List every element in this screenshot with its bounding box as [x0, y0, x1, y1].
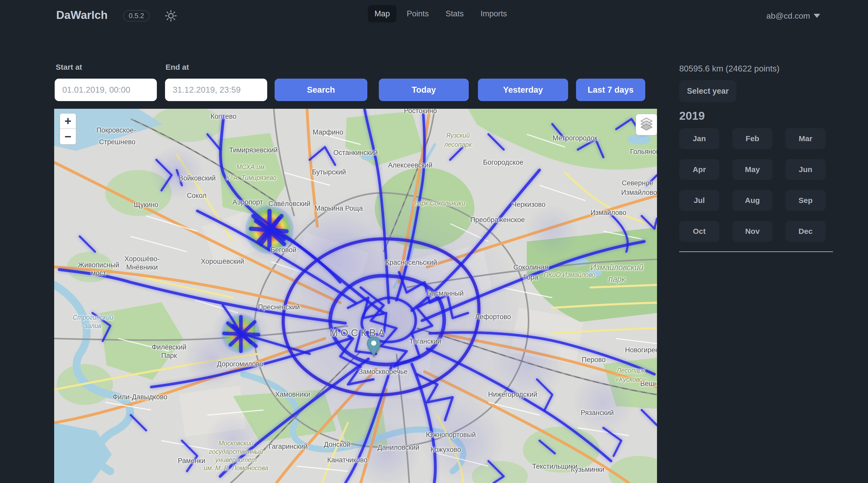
last-7-days-button[interactable]: Last 7 days	[576, 78, 645, 101]
today-button[interactable]: Today	[379, 78, 469, 101]
main-nav: Map Points Stats Imports	[368, 5, 514, 23]
tab-map[interactable]: Map	[368, 5, 397, 23]
month-button-jan[interactable]: Jan	[679, 128, 719, 149]
user-email: ab@cd.com	[766, 11, 810, 21]
tab-imports[interactable]: Imports	[474, 5, 514, 23]
month-button-aug[interactable]: Aug	[732, 190, 772, 211]
end-at-label: End at	[165, 63, 189, 71]
distance-points-summary: 80595.6 km (24622 points)	[679, 64, 834, 73]
month-button-jun[interactable]: Jun	[785, 159, 826, 180]
zoom-control: + −	[60, 113, 76, 145]
sun-icon	[165, 10, 177, 23]
tab-stats[interactable]: Stats	[439, 5, 470, 23]
zoom-in-button[interactable]: +	[60, 114, 76, 129]
month-button-mar[interactable]: Mar	[785, 128, 826, 149]
map-canvas[interactable]: КоптевоПокровское-СтрешневоТимирязевский…	[54, 109, 657, 483]
chevron-down-icon	[814, 14, 820, 18]
gps-tracks-overlay	[54, 109, 657, 483]
month-button-sep[interactable]: Sep	[785, 190, 826, 211]
month-button-oct[interactable]: Oct	[679, 221, 719, 242]
start-at-label: Start at	[56, 63, 82, 71]
month-button-apr[interactable]: Apr	[679, 159, 719, 180]
user-menu[interactable]: ab@cd.com	[766, 9, 820, 23]
select-year-button[interactable]: Select year	[679, 80, 737, 102]
sidebar-divider	[679, 252, 833, 252]
year-sidebar: 80595.6 km (24622 points) Select year 20…	[679, 64, 834, 252]
layers-control[interactable]	[636, 114, 657, 135]
zoom-out-button[interactable]: −	[60, 129, 76, 144]
month-button-feb[interactable]: Feb	[732, 128, 772, 149]
month-button-may[interactable]: May	[732, 159, 772, 180]
search-button[interactable]: Search	[275, 78, 367, 101]
theme-toggle-button[interactable]	[163, 9, 178, 24]
version-badge: 0.5.2	[123, 10, 150, 22]
tab-points[interactable]: Points	[400, 5, 435, 23]
month-button-dec[interactable]: Dec	[785, 221, 826, 242]
start-date-input[interactable]	[55, 78, 157, 101]
location-marker[interactable]	[367, 336, 380, 357]
month-grid: Jan Feb Mar Apr May Jun Jul Aug Sep Oct …	[679, 128, 834, 242]
month-button-nov[interactable]: Nov	[732, 221, 772, 242]
end-date-input[interactable]	[165, 78, 267, 101]
app-logo: DaWarIch	[56, 9, 107, 22]
layers-icon	[640, 118, 653, 132]
yesterday-button[interactable]: Yesterday	[478, 78, 568, 101]
month-button-jul[interactable]: Jul	[679, 190, 719, 211]
year-heading: 2019	[679, 109, 834, 123]
